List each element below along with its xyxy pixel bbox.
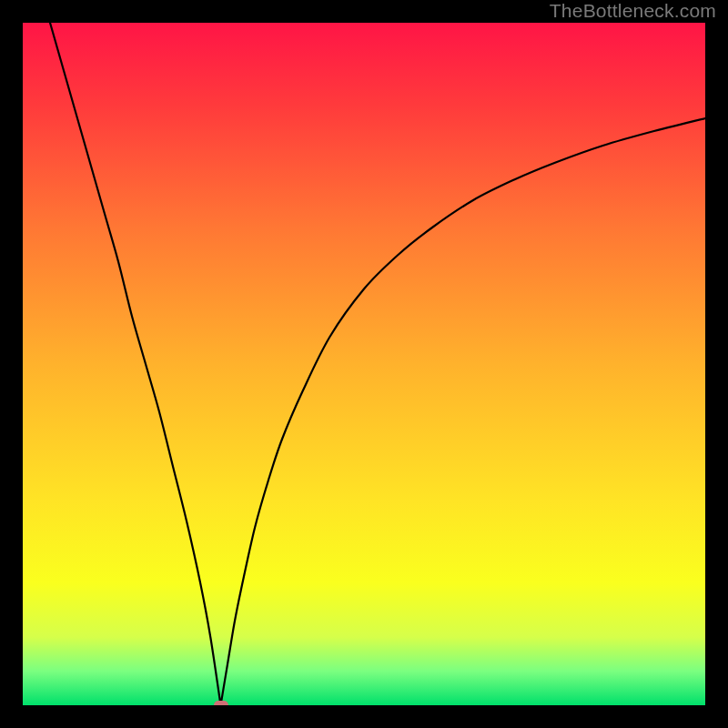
plot-area bbox=[23, 23, 705, 705]
watermark-text: TheBottleneck.com bbox=[550, 0, 716, 22]
chart-frame: TheBottleneck.com bbox=[0, 0, 728, 728]
bottleneck-curve bbox=[23, 23, 705, 705]
min-point-marker bbox=[214, 701, 228, 705]
